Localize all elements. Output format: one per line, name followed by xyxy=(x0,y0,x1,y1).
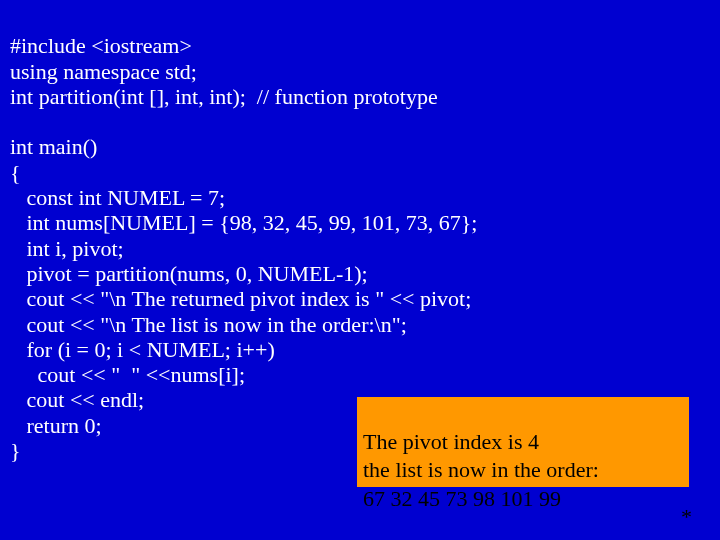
code-line: int i, pivot; xyxy=(10,236,124,261)
code-line: cout << " " <<nums[i]; xyxy=(10,362,245,387)
code-line: int nums[NUMEL] = {98, 32, 45, 99, 101, … xyxy=(10,210,477,235)
code-line: for (i = 0; i < NUMEL; i++) xyxy=(10,337,275,362)
code-line: pivot = partition(nums, 0, NUMEL-1); xyxy=(10,261,368,286)
code-line: using namespace std; xyxy=(10,59,197,84)
output-line: The pivot index is 4 xyxy=(363,429,539,454)
code-line: const int NUMEL = 7; xyxy=(10,185,225,210)
code-line: int partition(int [], int, int); // func… xyxy=(10,84,438,109)
code-line: #include <iostream> xyxy=(10,33,192,58)
code-line: } xyxy=(10,438,21,463)
footnote-asterisk: * xyxy=(681,504,692,530)
code-line: cout << "\n The returned pivot index is … xyxy=(10,286,471,311)
code-line: return 0; xyxy=(10,413,102,438)
code-line: cout << "\n The list is now in the order… xyxy=(10,312,407,337)
code-line: int main() xyxy=(10,134,97,159)
code-line: cout << endl; xyxy=(10,387,144,412)
output-box: The pivot index is 4 the list is now in … xyxy=(357,397,689,487)
output-line: 67 32 45 73 98 101 99 xyxy=(363,486,561,511)
output-line: the list is now in the order: xyxy=(363,457,599,482)
code-block: #include <iostream> using namespace std;… xyxy=(10,8,477,463)
code-line: { xyxy=(10,160,21,185)
